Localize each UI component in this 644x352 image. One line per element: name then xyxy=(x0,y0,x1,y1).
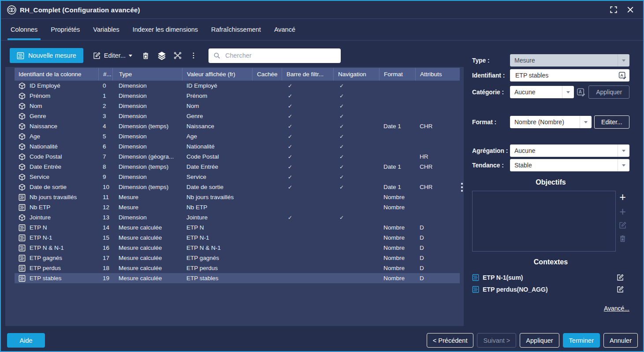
delete-objective-icon[interactable] xyxy=(618,234,627,243)
column-header-cach-e[interactable]: Cachée xyxy=(252,68,282,81)
table-row-nom[interactable]: Nom2DimensionNom✓✓ xyxy=(15,101,460,111)
cell-format: Date 1 xyxy=(379,184,415,190)
add-objective-disabled-icon[interactable]: + xyxy=(619,207,626,216)
maximize-icon[interactable] xyxy=(608,4,619,15)
title-bar: RH_Complet (Configuration avancée) xyxy=(1,1,643,19)
cell-navigation: ✓ xyxy=(333,153,379,160)
panel-splitter-handle[interactable] xyxy=(461,183,463,192)
table-row-id-employ[interactable]: ID Employé0DimensionID Employé✓✓ xyxy=(15,81,460,91)
tab-propri-t-s[interactable]: Propriétés xyxy=(51,19,80,40)
table-row-etp-gagn-s[interactable]: ETP gagnés17Mesure calculéeETP gagnésNom… xyxy=(15,253,460,263)
tab-rafra-chissement[interactable]: Rafraîchissement xyxy=(211,19,261,40)
edit-objective-icon[interactable] xyxy=(618,221,627,230)
column-header-identifiant-de-la-colonne[interactable]: Identifiant de la colonne xyxy=(15,68,98,81)
next-button[interactable]: Suivant > xyxy=(477,333,516,348)
edit-context-icon[interactable] xyxy=(616,274,624,282)
tab-indexer-les-dimensions[interactable]: Indexer les dimensions xyxy=(133,19,198,40)
objectives-title: Objectifs xyxy=(472,178,629,186)
table-row-date-entr-e[interactable]: Date Entrée8Dimension (temps)Date Entrée… xyxy=(15,162,460,172)
cell-display-value: Date de sortie xyxy=(182,184,252,190)
context-item-etp-n-1-sum: ETP N-1(sum) xyxy=(472,271,629,283)
column-header-format[interactable]: Format xyxy=(379,68,415,81)
column-header-barre-de-filtr[interactable]: Barre de filtr... xyxy=(282,68,333,81)
dimension-cube-icon xyxy=(19,113,26,120)
table-row-age[interactable]: Age5DimensionAge✓✓ xyxy=(15,131,460,141)
apply-button[interactable]: Appliquer xyxy=(520,333,559,348)
edit-format-button[interactable]: Editer... xyxy=(594,115,629,129)
cell-identifier: ETP gagnés xyxy=(15,255,98,262)
table-row-pr-nom[interactable]: Prénom1DimensionPrénom✓✓ xyxy=(15,91,460,101)
cell-number: 16 xyxy=(98,245,112,251)
close-icon[interactable] xyxy=(625,4,636,15)
column-header-valeur-affich-e-fr[interactable]: Valeur affichée (fr) xyxy=(182,68,252,81)
more-options-kebab-icon[interactable] xyxy=(188,50,199,61)
new-measure-button[interactable]: Nouvelle mesure xyxy=(10,48,83,63)
table-row-jointure[interactable]: Jointure13DimensionJointure✓✓ xyxy=(15,212,460,222)
tab-avanc[interactable]: Avancé xyxy=(274,19,295,40)
table-row-code-postal[interactable]: Code Postal7Dimension (géogra...Code Pos… xyxy=(15,152,460,162)
table-row-naissance[interactable]: Naissance4Dimension (temps)Naissance✓✓Da… xyxy=(15,121,460,131)
cell-display-value: ETP perdus xyxy=(182,265,252,271)
table-row-nationalit[interactable]: Nationalité6DimensionNationalité✓✓ xyxy=(15,141,460,152)
trend-select[interactable]: Stable xyxy=(510,159,629,171)
table-row-etp-stables[interactable]: ETP stables19Mesure calculéeETP stablesN… xyxy=(15,273,460,283)
table-row-nb-jours-travaill-s[interactable]: Nb jours travaillés11MesureNb jours trav… xyxy=(15,192,460,202)
cell-display-value: Date Entrée xyxy=(182,163,252,170)
table-row-etp-perdus[interactable]: ETP perdus18Mesure calculéeETP perdusNom… xyxy=(15,263,460,273)
help-button[interactable]: Aide xyxy=(7,333,45,348)
aggregation-select[interactable]: Aucune xyxy=(510,145,629,157)
cancel-button[interactable]: Annuler xyxy=(603,333,638,348)
columns-table-panel: Identifiant de la colonne#...TypeValeur … xyxy=(5,67,464,326)
measure-abacus-icon xyxy=(19,204,26,211)
identifier-input[interactable] xyxy=(514,71,618,79)
context-label: ETP perdus(NO_AGG) xyxy=(483,286,548,293)
search-icon xyxy=(213,52,221,59)
objectives-list[interactable] xyxy=(472,191,616,252)
column-header-[interactable]: #... xyxy=(98,68,112,81)
previous-button[interactable]: < Précédent xyxy=(427,333,474,348)
context-label: ETP N-1(sum) xyxy=(483,274,523,281)
column-header-navigation[interactable]: Navigation xyxy=(333,68,379,81)
apply-category-button[interactable]: Appliquer xyxy=(588,85,629,99)
category-select[interactable]: Aucune xyxy=(510,86,574,98)
edit-dropdown-button[interactable]: Editer... xyxy=(93,52,132,60)
column-header-type[interactable]: Type xyxy=(112,68,182,81)
cell-identifier: Date Entrée xyxy=(15,163,98,170)
column-header-attributs[interactable]: Attributs xyxy=(415,68,460,81)
cell-type: Mesure calculée xyxy=(112,224,182,231)
cell-filter-bar: ✓ xyxy=(282,103,333,109)
table-row-nb-etp[interactable]: Nb ETP12MesureNb ETPNombre xyxy=(15,202,460,212)
add-objective-icon[interactable]: + xyxy=(619,192,626,202)
cell-type: Dimension xyxy=(112,143,182,150)
tab-variables[interactable]: Variables xyxy=(93,19,119,40)
table-row-service[interactable]: Service9DimensionService✓✓ xyxy=(15,172,460,182)
delete-icon[interactable] xyxy=(141,50,151,61)
format-value: Nombre (Nombre) xyxy=(514,119,564,126)
cell-filter-bar: ✓ xyxy=(282,82,333,89)
cell-navigation: ✓ xyxy=(333,133,379,140)
table-row-date-de-sortie[interactable]: Date de sortie10Dimension (temps)Date de… xyxy=(15,182,460,192)
cell-filter-bar: ✓ xyxy=(282,174,333,180)
table-header-row: Identifiant de la colonne#...TypeValeur … xyxy=(15,68,460,81)
translate-icon[interactable]: A xyxy=(618,71,627,80)
translate-icon[interactable]: A xyxy=(577,88,586,97)
cell-attributes: D xyxy=(415,234,460,241)
layers-icon[interactable] xyxy=(156,50,167,61)
cell-navigation: ✓ xyxy=(333,214,379,221)
format-select[interactable]: Nombre (Nombre) xyxy=(510,116,592,128)
tab-colonnes[interactable]: Colonnes xyxy=(11,19,37,40)
search-input[interactable] xyxy=(224,52,336,59)
table-row-etp-n-1[interactable]: ETP N-115Mesure calculéeETP N-1NombreD xyxy=(15,233,460,243)
edit-context-icon[interactable] xyxy=(616,285,624,293)
finish-button[interactable]: Terminer xyxy=(563,333,600,348)
table-row-genre[interactable]: Genre3DimensionGenre✓✓ xyxy=(15,111,460,121)
chevron-down-icon xyxy=(618,54,629,67)
table-row-etp-n[interactable]: ETP N14Mesure calculéeETP NNombreD xyxy=(15,222,460,233)
advanced-link[interactable]: Avancé... xyxy=(472,305,629,312)
cell-type: Dimension (temps) xyxy=(112,163,182,170)
table-row-etp-n-n-1[interactable]: ETP N & N-116Mesure calculéeETP N & N-1N… xyxy=(15,243,460,253)
cell-filter-bar: ✓ xyxy=(282,153,333,160)
dimension-cube-icon xyxy=(19,214,26,221)
aggregation-label: Agrégation : xyxy=(472,148,510,154)
hierarchy-molecule-icon[interactable] xyxy=(172,50,183,61)
